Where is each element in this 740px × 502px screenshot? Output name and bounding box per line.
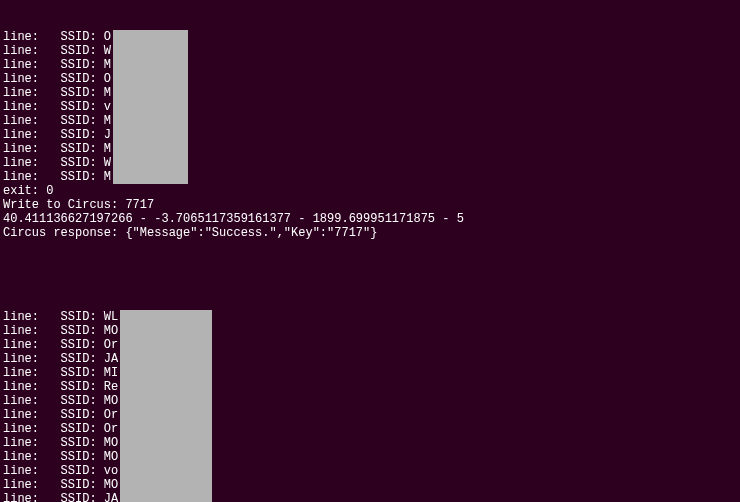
ssid-line-text: line: SSID: MO <box>3 324 118 338</box>
ssid-line-text: line: SSID: O <box>3 72 111 86</box>
ssid-line-text: line: SSID: JA <box>3 492 118 502</box>
redaction-overlay <box>113 156 188 170</box>
ssid-line: line: SSID: MO <box>3 478 737 492</box>
redaction-overlay <box>113 44 188 58</box>
exit-line: exit: 0 <box>3 184 737 198</box>
redaction-overlay <box>120 408 212 422</box>
ssid-line: line: SSID: MI <box>3 366 737 380</box>
ssid-line: line: SSID: Or <box>3 408 737 422</box>
ssid-line: line: SSID: M <box>3 58 737 72</box>
redaction-overlay <box>113 114 188 128</box>
ssid-line-text: line: SSID: J <box>3 128 111 142</box>
ssid-line-text: line: SSID: M <box>3 58 111 72</box>
write-line: Write to Circus: 7717 <box>3 198 737 212</box>
ssid-line-text: line: SSID: MO <box>3 478 118 492</box>
ssid-line-text: line: SSID: M <box>3 142 111 156</box>
redaction-overlay <box>113 100 188 114</box>
ssid-line-text: line: SSID: W <box>3 156 111 170</box>
ssid-line: line: SSID: M <box>3 170 737 184</box>
ssid-line: line: SSID: M <box>3 86 737 100</box>
ssid-line-text: line: SSID: JA <box>3 352 118 366</box>
ssid-line-text: line: SSID: MO <box>3 450 118 464</box>
ssid-line-text: line: SSID: Re <box>3 380 118 394</box>
redaction-overlay <box>113 30 188 44</box>
ssid-line: line: SSID: W <box>3 44 737 58</box>
ssid-line: line: SSID: M <box>3 114 737 128</box>
ssid-line: line: SSID: JA <box>3 492 737 502</box>
ssid-line-text: line: SSID: MO <box>3 394 118 408</box>
ssid-line-text: line: SSID: MO <box>3 436 118 450</box>
redaction-overlay <box>120 310 212 324</box>
ssid-line: line: SSID: v <box>3 100 737 114</box>
terminal-output[interactable]: line: SSID: Oline: SSID: Wline: SSID: Ml… <box>0 0 740 502</box>
blank-line <box>3 268 737 282</box>
ssid-line: line: SSID: MO <box>3 394 737 408</box>
ssid-line-text: line: SSID: M <box>3 170 111 184</box>
redaction-overlay <box>113 72 188 86</box>
ssid-line-text: line: SSID: vo <box>3 464 118 478</box>
ssid-line: line: SSID: Re <box>3 380 737 394</box>
ssid-line-text: line: SSID: M <box>3 114 111 128</box>
redaction-overlay <box>113 86 188 100</box>
redaction-overlay <box>120 492 212 502</box>
redaction-overlay <box>120 394 212 408</box>
redaction-overlay <box>120 366 212 380</box>
redaction-overlay <box>120 338 212 352</box>
ssid-line-text: line: SSID: v <box>3 100 111 114</box>
redaction-overlay <box>120 352 212 366</box>
redaction-overlay <box>120 478 212 492</box>
redaction-overlay <box>120 464 212 478</box>
ssid-line-text: line: SSID: O <box>3 30 111 44</box>
ssid-line-text: line: SSID: Or <box>3 338 118 352</box>
ssid-line: line: SSID: W <box>3 156 737 170</box>
ssid-line-text: line: SSID: Or <box>3 408 118 422</box>
redaction-overlay <box>113 170 188 184</box>
ssid-line: line: SSID: MO <box>3 436 737 450</box>
ssid-line: line: SSID: MO <box>3 324 737 338</box>
ssid-line-text: line: SSID: M <box>3 86 111 100</box>
redaction-overlay <box>120 380 212 394</box>
ssid-line-text: line: SSID: MI <box>3 366 118 380</box>
coords-line: 40.411136627197266 - -3.7065117359161377… <box>3 212 737 226</box>
ssid-line: line: SSID: JA <box>3 352 737 366</box>
ssid-line-text: line: SSID: Or <box>3 422 118 436</box>
ssid-line: line: SSID: O <box>3 72 737 86</box>
ssid-line-text: line: SSID: WL <box>3 310 118 324</box>
ssid-line: line: SSID: O <box>3 30 737 44</box>
ssid-line: line: SSID: J <box>3 128 737 142</box>
redaction-overlay <box>113 128 188 142</box>
redaction-overlay <box>120 436 212 450</box>
response-line: Circus response: {"Message":"Success.","… <box>3 226 737 240</box>
ssid-line: line: SSID: WL <box>3 310 737 324</box>
redaction-overlay <box>113 58 188 72</box>
ssid-line: line: SSID: Or <box>3 338 737 352</box>
ssid-line: line: SSID: MO <box>3 450 737 464</box>
redaction-overlay <box>113 142 188 156</box>
ssid-line: line: SSID: vo <box>3 464 737 478</box>
ssid-line: line: SSID: M <box>3 142 737 156</box>
ssid-line: line: SSID: Or <box>3 422 737 436</box>
ssid-line-text: line: SSID: W <box>3 44 111 58</box>
redaction-overlay <box>120 422 212 436</box>
redaction-overlay <box>120 324 212 338</box>
redaction-overlay <box>120 450 212 464</box>
